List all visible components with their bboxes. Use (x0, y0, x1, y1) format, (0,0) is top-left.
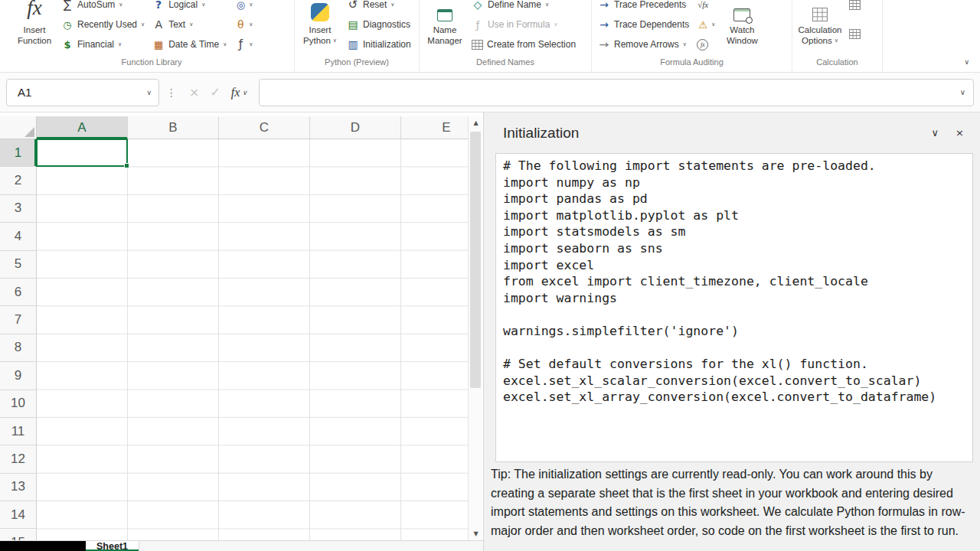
row-header-3[interactable]: 3 (0, 195, 37, 223)
initialization-icon: ▥ (347, 38, 359, 51)
insert-function-label: InsertFunction (18, 24, 51, 47)
trace-dependents-label: Trace Dependents (614, 19, 689, 30)
math-trig-button[interactable]: θ ∨ (230, 15, 256, 34)
watch-window-button[interactable]: WatchWindow (719, 0, 765, 47)
insert-function-fx-button[interactable]: fx ∨ (226, 86, 253, 99)
remove-arrows-icon: → (598, 38, 610, 51)
group-label-calculation: Calculation (795, 57, 880, 72)
row-header-11[interactable]: 11 (0, 418, 37, 445)
trace-precedents-label: Trace Precedents (614, 0, 686, 10)
column-header-E[interactable]: E (401, 116, 468, 139)
watch-window-label: WatchWindow (727, 24, 758, 47)
insert-function-button[interactable]: fx InsertFunction (11, 0, 57, 47)
trace-dependents-icon: → (598, 18, 610, 31)
column-header-D[interactable]: D (310, 116, 401, 139)
define-name-button[interactable]: ◇ Define Name ∨ (468, 0, 553, 15)
fill-handle[interactable] (124, 163, 129, 168)
row-header-13[interactable]: 13 (0, 474, 37, 501)
row-header-2[interactable]: 2 (0, 167, 37, 194)
row-header-5[interactable]: 5 (0, 251, 37, 279)
logical-label: Logical (168, 0, 198, 10)
reset-icon: ↺ (347, 0, 359, 11)
math-trig-icon: θ (234, 18, 247, 31)
initialization-code[interactable]: # The following import statements are pr… (495, 153, 973, 462)
row-header-8[interactable]: 8 (0, 334, 37, 362)
ribbon-group-function-library: fx InsertFunction ∑ AutoSum ∨ ◷ Recently… (9, 0, 295, 72)
diagnostics-label: Diagnostics (363, 19, 410, 30)
spreadsheet-cells[interactable] (37, 139, 468, 551)
row-header-4[interactable]: 4 (0, 223, 37, 250)
select-all-corner[interactable] (0, 116, 37, 139)
column-header-C[interactable]: C (219, 116, 310, 139)
insert-python-button[interactable]: InsertPython∨ (297, 0, 343, 47)
chevron-down-icon: ∨ (223, 41, 227, 47)
reset-button[interactable]: ↺ Reset ∨ (343, 0, 398, 15)
more-functions-button[interactable]: ƒ ∨ (230, 34, 256, 54)
financial-button[interactable]: $ Financial ∨ (57, 34, 126, 54)
initialization-button[interactable]: ▥ Initialization (343, 34, 415, 54)
name-box[interactable]: A1 ∨ (6, 79, 159, 106)
row-header-14[interactable]: 14 (0, 501, 37, 529)
sheet-nav-area (0, 541, 86, 551)
remove-arrows-button[interactable]: → Remove Arrows ∨ (594, 34, 691, 54)
ribbon-group-calculation: CalculationOptions∨ Calculation (792, 0, 883, 72)
row-header-12[interactable]: 12 (0, 445, 37, 473)
formula-bar: A1 ∨ ⋮ × ✓ fx ∨ ∨ (0, 73, 980, 112)
vertical-scrollbar[interactable]: ▲ ▼ (468, 116, 482, 540)
python-logo-icon (311, 3, 329, 21)
ribbon-group-formula-auditing: → Trace Precedents → Trace Dependents → … (592, 0, 792, 72)
chevron-down-icon: ∨ (189, 21, 193, 28)
scroll-down-arrow-icon[interactable]: ▼ (469, 527, 483, 540)
lookup-reference-button[interactable]: ◎ ∨ (230, 0, 256, 15)
create-from-selection-button[interactable]: Create from Selection (468, 34, 580, 54)
row-header-7[interactable]: 7 (0, 306, 37, 334)
initialization-label: Initialization (363, 39, 411, 50)
show-formulas-button[interactable]: √fx (693, 0, 713, 15)
calculation-options-button[interactable]: CalculationOptions∨ (795, 0, 845, 47)
chevron-down-icon: ∨ (711, 21, 715, 28)
trace-precedents-button[interactable]: → Trace Precedents (594, 0, 690, 15)
formula-input[interactable]: ∨ (259, 79, 974, 106)
ribbon-group-defined-names: NameManager ◇ Define Name ∨ ƒ Use in For… (420, 0, 592, 72)
autosum-button[interactable]: ∑ AutoSum ∨ (57, 0, 126, 15)
evaluate-formula-button[interactable]: fx (693, 34, 712, 54)
use-in-formula-button[interactable]: ƒ Use in Formula ∨ (468, 15, 561, 34)
autosum-icon: ∑ (61, 0, 74, 11)
calculate-sheet-button[interactable] (845, 24, 864, 44)
scroll-up-arrow-icon[interactable]: ▲ (469, 116, 483, 129)
row-header-1[interactable]: 1 (0, 139, 37, 167)
selected-cell-A1[interactable] (36, 139, 128, 167)
column-header-B[interactable]: B (128, 116, 219, 139)
chevron-down-icon: ∨ (249, 21, 253, 28)
row-header-6[interactable]: 6 (0, 279, 37, 306)
enter-button[interactable]: ✓ (204, 85, 225, 99)
recently-used-button[interactable]: ◷ Recently Used ∨ (57, 15, 149, 34)
name-manager-button[interactable]: NameManager (422, 0, 468, 47)
text-button[interactable]: A Text ∨ (149, 15, 197, 34)
chevron-down-icon: ∨ (119, 2, 122, 8)
date-time-button[interactable]: ▦ Date & Time ∨ (149, 34, 230, 54)
group-label-defined-names: Defined Names (422, 57, 589, 72)
formula-bar-expand-icon[interactable]: ∨ (960, 88, 965, 96)
calculate-now-button[interactable] (845, 0, 864, 15)
column-header-A[interactable]: A (37, 116, 128, 139)
sheet-tab-sheet1[interactable]: Sheet1 (86, 541, 139, 551)
cancel-button[interactable]: × (184, 85, 204, 99)
trace-dependents-button[interactable]: → Trace Dependents (594, 15, 693, 34)
row-header-10[interactable]: 10 (0, 390, 37, 418)
financial-label: Financial (77, 39, 114, 50)
collapse-ribbon-button[interactable]: ∨ (964, 58, 969, 66)
define-name-label: Define Name (488, 0, 541, 10)
logical-button[interactable]: ? Logical ∨ (149, 0, 209, 15)
task-pane-initialization: Initialization ∨ × # The following impor… (483, 112, 980, 551)
task-pane-close-icon[interactable]: × (947, 124, 972, 142)
error-checking-button[interactable]: ⚠ ∨ (693, 15, 719, 34)
diagnostics-button[interactable]: ▤ Diagnostics (343, 15, 414, 34)
name-manager-label: NameManager (427, 24, 462, 47)
insert-function-icon: fx (27, 0, 42, 21)
task-pane-options-chevron-icon[interactable]: ∨ (923, 124, 948, 142)
select-all-triangle-icon (24, 127, 34, 137)
row-header-9[interactable]: 9 (0, 362, 37, 390)
scrollbar-thumb[interactable] (470, 132, 481, 388)
formula-bar-splitter[interactable]: ⋮ (159, 86, 184, 99)
